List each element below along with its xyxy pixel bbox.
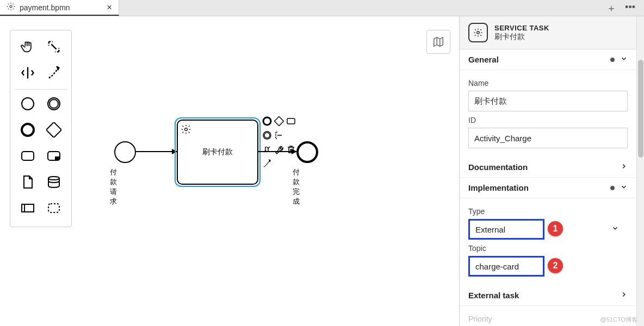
scrollbar[interactable] bbox=[636, 16, 644, 326]
watermark: @51CTO博客 bbox=[600, 316, 637, 324]
editor-tab[interactable]: payment.bpmn × bbox=[0, 0, 119, 16]
group-icon[interactable] bbox=[46, 200, 61, 218]
change-type-icon[interactable] bbox=[262, 145, 272, 156]
start-event-icon[interactable] bbox=[20, 96, 35, 114]
svg-point-14 bbox=[263, 117, 271, 125]
annotation-icon[interactable] bbox=[274, 130, 284, 142]
connect-tool-icon[interactable] bbox=[46, 65, 61, 83]
trash-icon[interactable] bbox=[286, 145, 296, 156]
gear-icon bbox=[7, 2, 15, 12]
data-store-icon[interactable] bbox=[46, 174, 61, 192]
svg-point-18 bbox=[264, 133, 270, 138]
dot-icon bbox=[610, 58, 615, 62]
svg-point-9 bbox=[48, 177, 59, 180]
tab-bar: payment.bpmn × ＋ ••• bbox=[0, 0, 644, 16]
element-type: SERVICE TASK bbox=[494, 24, 549, 32]
svg-rect-5 bbox=[46, 122, 61, 137]
svg-rect-10 bbox=[22, 204, 34, 212]
append-task-icon[interactable] bbox=[286, 116, 296, 128]
svg-rect-6 bbox=[22, 152, 34, 160]
tool-palette bbox=[10, 30, 72, 227]
intermediate-event-icon[interactable] bbox=[46, 96, 61, 114]
svg-rect-8 bbox=[55, 156, 59, 160]
chevron-right-icon bbox=[620, 162, 628, 172]
name-label: Name bbox=[468, 79, 628, 87]
add-tab-icon[interactable]: ＋ bbox=[606, 2, 616, 15]
wrench-icon[interactable] bbox=[274, 145, 284, 156]
svg-rect-15 bbox=[275, 117, 284, 126]
start-event[interactable] bbox=[114, 141, 136, 163]
start-event-label: 付款请求 bbox=[110, 167, 117, 206]
svg-rect-12 bbox=[48, 204, 59, 212]
tab-filename: payment.bpmn bbox=[20, 3, 70, 12]
callout-2: 2 bbox=[548, 258, 563, 273]
hand-tool-icon[interactable] bbox=[20, 39, 35, 57]
chevron-down-icon bbox=[620, 55, 628, 64]
element-name: 刷卡付款 bbox=[494, 32, 549, 42]
minimap-toggle[interactable] bbox=[426, 30, 450, 54]
svg-point-0 bbox=[10, 5, 12, 8]
subprocess-icon[interactable] bbox=[46, 148, 61, 166]
callout-1: 1 bbox=[548, 221, 563, 236]
id-label: ID bbox=[468, 116, 628, 124]
canvas[interactable]: 付款请求 刷卡付款 付款完成 bbox=[0, 16, 459, 326]
section-implementation[interactable]: Implementation bbox=[460, 178, 636, 198]
lasso-tool-icon[interactable] bbox=[46, 39, 61, 57]
section-documentation[interactable]: Documentation bbox=[460, 157, 636, 178]
scroll-thumb[interactable] bbox=[638, 60, 643, 158]
connect-icon[interactable] bbox=[262, 159, 272, 171]
append-end-event-icon[interactable] bbox=[262, 116, 272, 128]
props-header: SERVICE TASK 刷卡付款 bbox=[460, 16, 636, 49]
chevron-down-icon bbox=[611, 224, 619, 234]
dot-icon bbox=[610, 186, 615, 190]
chevron-right-icon bbox=[620, 291, 628, 300]
topic-label: Topic bbox=[468, 244, 628, 253]
svg-point-19 bbox=[477, 32, 480, 34]
section-external-task[interactable]: External task bbox=[460, 285, 636, 306]
task-icon[interactable] bbox=[20, 148, 35, 166]
append-intermediate-icon[interactable] bbox=[262, 130, 272, 142]
data-object-icon[interactable] bbox=[20, 174, 35, 192]
context-pad bbox=[262, 116, 300, 173]
append-gateway-icon[interactable] bbox=[274, 116, 284, 128]
gateway-icon[interactable] bbox=[46, 122, 61, 140]
type-label: Type bbox=[468, 207, 628, 216]
end-event-icon[interactable] bbox=[20, 122, 35, 140]
participant-icon[interactable] bbox=[20, 200, 35, 218]
close-icon[interactable]: × bbox=[107, 3, 112, 12]
more-icon[interactable]: ••• bbox=[625, 2, 635, 15]
id-input[interactable] bbox=[468, 128, 628, 148]
chevron-down-icon bbox=[620, 183, 628, 192]
svg-point-4 bbox=[22, 124, 34, 136]
space-tool-icon[interactable] bbox=[20, 65, 35, 83]
section-general[interactable]: General bbox=[460, 49, 636, 70]
svg-rect-16 bbox=[287, 118, 295, 124]
svg-point-1 bbox=[22, 98, 34, 110]
sequence-flow[interactable] bbox=[136, 151, 177, 152]
svg-point-3 bbox=[49, 99, 58, 108]
topic-input[interactable] bbox=[468, 256, 544, 277]
end-event-label: 付款完成 bbox=[293, 167, 300, 206]
name-input[interactable] bbox=[468, 91, 628, 111]
service-task-header-icon bbox=[468, 23, 488, 42]
task-label: 刷卡付款 bbox=[177, 120, 258, 185]
type-select[interactable]: External bbox=[468, 219, 544, 240]
properties-panel: SERVICE TASK 刷卡付款 General Name ID Docume… bbox=[459, 16, 644, 326]
